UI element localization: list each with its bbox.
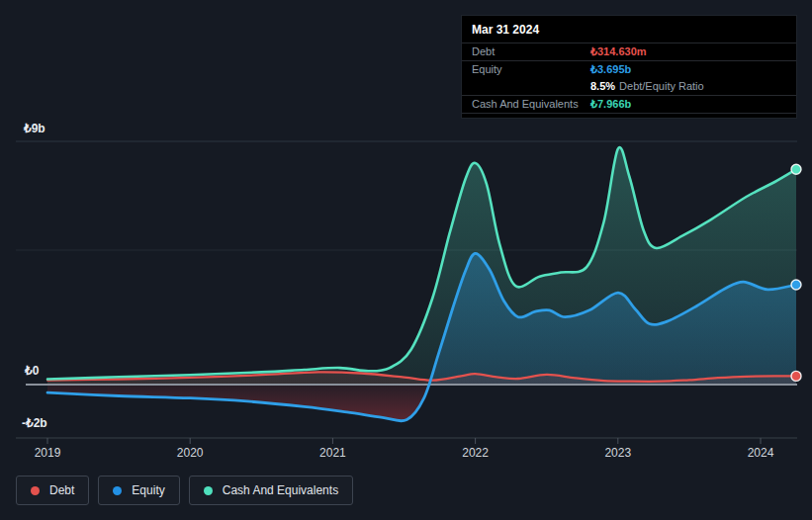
tooltip-cash-label: Cash And Equivalents bbox=[472, 98, 590, 111]
chart-legend: Debt Equity Cash And Equivalents bbox=[16, 476, 353, 505]
debt-color-dot bbox=[31, 486, 40, 495]
tooltip-row-ratio: 8.5%Debt/Equity Ratio bbox=[462, 78, 796, 95]
legend-item-equity[interactable]: Equity bbox=[98, 476, 179, 505]
legend-item-cash[interactable]: Cash And Equivalents bbox=[189, 476, 353, 505]
legend-item-debt[interactable]: Debt bbox=[16, 476, 89, 505]
tooltip-ratio-label: Debt/Equity Ratio bbox=[619, 80, 704, 92]
legend-debt-label: Debt bbox=[49, 483, 74, 497]
y-axis-label: -₺2b bbox=[22, 417, 47, 430]
x-axis bbox=[16, 438, 797, 444]
y-axis-label: ₺9b bbox=[24, 123, 45, 135]
tooltip-date: Mar 31 2024 bbox=[462, 16, 796, 43]
equity-current-value-dot bbox=[791, 280, 801, 290]
x-axis-label: 2019 bbox=[35, 446, 61, 460]
x-axis-label: 2020 bbox=[177, 446, 204, 460]
tooltip-ratio-value: 8.5% bbox=[590, 80, 615, 92]
x-axis-label: 2022 bbox=[462, 446, 489, 460]
x-axis-label: 2021 bbox=[319, 446, 346, 460]
legend-cash-label: Cash And Equivalents bbox=[223, 483, 338, 497]
tooltip-row-cash: Cash And Equivalents ₺7.966b bbox=[462, 95, 796, 114]
tooltip-equity-value: ₺3.695b bbox=[590, 63, 631, 76]
chart-tooltip: Mar 31 2024 Debt ₺314.630m Equity ₺3.695… bbox=[461, 15, 797, 119]
gridlines bbox=[16, 141, 797, 250]
x-axis-label: 2023 bbox=[604, 446, 631, 460]
tooltip-debt-value: ₺314.630m bbox=[590, 45, 647, 58]
debt-equity-history-chart: ₺9b₺0-₺2b 201920202021202220232024 Mar 3… bbox=[0, 0, 812, 520]
tooltip-debt-label: Debt bbox=[472, 45, 590, 58]
tooltip-cash-value: ₺7.966b bbox=[590, 98, 631, 111]
cash-current-value-dot bbox=[791, 164, 801, 174]
equity-color-dot bbox=[113, 486, 122, 495]
tooltip-row-equity: Equity ₺3.695b bbox=[462, 61, 796, 78]
legend-equity-label: Equity bbox=[132, 483, 164, 497]
cash-color-dot bbox=[204, 486, 213, 495]
x-axis-label: 2024 bbox=[748, 446, 774, 460]
y-axis-label: ₺0 bbox=[25, 365, 39, 378]
debt-current-value-dot bbox=[791, 371, 801, 381]
tooltip-row-debt: Debt ₺314.630m bbox=[462, 43, 796, 61]
tooltip-equity-label: Equity bbox=[472, 63, 590, 76]
